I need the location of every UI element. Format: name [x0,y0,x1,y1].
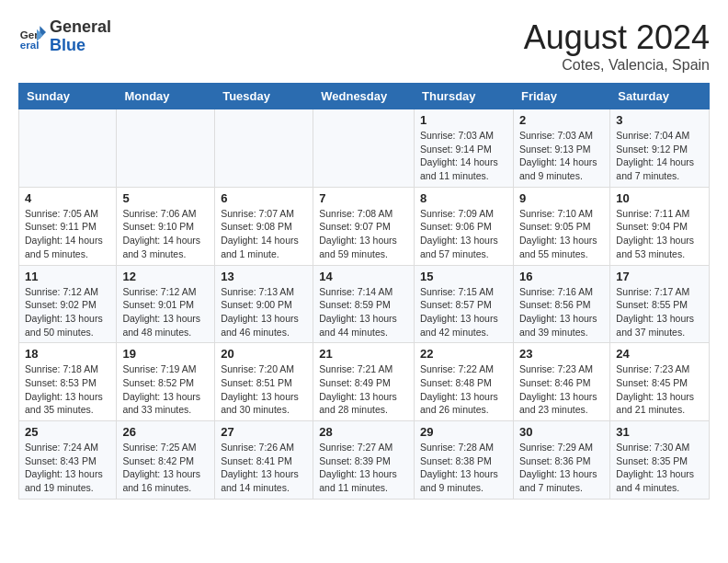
day-cell-4-2: 27Sunrise: 7:26 AM Sunset: 8:41 PM Dayli… [215,421,313,500]
day-cell-2-4: 15Sunrise: 7:15 AM Sunset: 8:57 PM Dayli… [415,265,514,343]
header-saturday: Saturday [610,84,710,109]
day-cell-2-3: 14Sunrise: 7:14 AM Sunset: 8:59 PM Dayli… [313,265,415,343]
day-info: Sunrise: 7:10 AM Sunset: 9:05 PM Dayligh… [519,207,604,261]
day-cell-3-5: 23Sunrise: 7:23 AM Sunset: 8:46 PM Dayli… [513,343,609,421]
day-cell-2-6: 17Sunrise: 7:17 AM Sunset: 8:55 PM Dayli… [610,265,710,343]
day-cell-4-6: 31Sunrise: 7:30 AM Sunset: 8:35 PM Dayli… [610,421,710,500]
day-cell-0-5: 2Sunrise: 7:03 AM Sunset: 9:13 PM Daylig… [513,109,609,188]
day-number: 20 [221,347,307,361]
day-number: 23 [519,347,604,361]
header-friday: Friday [513,84,609,109]
day-info: Sunrise: 7:08 AM Sunset: 9:07 PM Dayligh… [319,207,408,261]
day-cell-0-0 [19,109,117,188]
day-cell-1-0: 4Sunrise: 7:05 AM Sunset: 9:11 PM Daylig… [19,187,117,265]
day-cell-0-6: 3Sunrise: 7:04 AM Sunset: 9:12 PM Daylig… [610,109,710,188]
day-number: 5 [122,191,209,205]
day-cell-4-4: 29Sunrise: 7:28 AM Sunset: 8:38 PM Dayli… [415,421,514,500]
header-monday: Monday [117,84,215,109]
header-sunday: Sunday [19,84,117,109]
day-info: Sunrise: 7:16 AM Sunset: 8:56 PM Dayligh… [519,285,604,339]
day-cell-2-2: 13Sunrise: 7:13 AM Sunset: 9:00 PM Dayli… [215,265,313,343]
day-cell-3-2: 20Sunrise: 7:20 AM Sunset: 8:51 PM Dayli… [215,343,313,421]
title-area: August 2024 Cotes, Valencia, Spain [524,18,710,74]
day-number: 14 [319,270,408,283]
day-info: Sunrise: 7:30 AM Sunset: 8:35 PM Dayligh… [616,441,703,495]
day-cell-1-1: 5Sunrise: 7:06 AM Sunset: 9:10 PM Daylig… [117,187,215,265]
day-info: Sunrise: 7:03 AM Sunset: 9:14 PM Dayligh… [420,129,507,183]
day-cell-0-2 [215,109,313,188]
day-number: 22 [420,347,507,361]
day-info: Sunrise: 7:13 AM Sunset: 9:00 PM Dayligh… [221,285,307,339]
day-info: Sunrise: 7:12 AM Sunset: 9:02 PM Dayligh… [25,285,110,339]
day-cell-2-0: 11Sunrise: 7:12 AM Sunset: 9:02 PM Dayli… [19,265,117,343]
day-info: Sunrise: 7:26 AM Sunset: 8:41 PM Dayligh… [221,441,307,495]
calendar: Sunday Monday Tuesday Wednesday Thursday… [18,83,710,500]
day-cell-3-0: 18Sunrise: 7:18 AM Sunset: 8:53 PM Dayli… [19,343,117,421]
day-info: Sunrise: 7:27 AM Sunset: 8:39 PM Dayligh… [319,441,408,495]
header-row: Sunday Monday Tuesday Wednesday Thursday… [19,84,710,109]
logo-blue-text: Blue [50,37,111,55]
day-number: 11 [25,270,110,283]
logo-text: General Blue [50,18,111,55]
day-info: Sunrise: 7:03 AM Sunset: 9:13 PM Dayligh… [519,129,604,183]
day-info: Sunrise: 7:07 AM Sunset: 9:08 PM Dayligh… [221,207,307,261]
day-cell-4-0: 25Sunrise: 7:24 AM Sunset: 8:43 PM Dayli… [19,421,117,500]
header-thursday: Thursday [415,84,514,109]
day-cell-0-1 [117,109,215,188]
day-cell-4-5: 30Sunrise: 7:29 AM Sunset: 8:36 PM Dayli… [513,421,609,500]
day-cell-3-1: 19Sunrise: 7:19 AM Sunset: 8:52 PM Dayli… [117,343,215,421]
day-number: 31 [616,425,703,439]
logo-icon: Gen eral [18,23,46,51]
day-info: Sunrise: 7:25 AM Sunset: 8:42 PM Dayligh… [122,441,209,495]
day-cell-4-1: 26Sunrise: 7:25 AM Sunset: 8:42 PM Dayli… [117,421,215,500]
day-info: Sunrise: 7:28 AM Sunset: 8:38 PM Dayligh… [420,441,507,495]
day-number: 24 [616,347,703,361]
header: Gen eral General Blue August 2024 Cotes,… [18,18,710,74]
day-cell-1-6: 10Sunrise: 7:11 AM Sunset: 9:04 PM Dayli… [610,187,710,265]
day-cell-2-1: 12Sunrise: 7:12 AM Sunset: 9:01 PM Dayli… [117,265,215,343]
day-info: Sunrise: 7:20 AM Sunset: 8:51 PM Dayligh… [221,362,307,417]
day-number: 30 [519,425,604,439]
day-cell-1-5: 9Sunrise: 7:10 AM Sunset: 9:05 PM Daylig… [513,187,609,265]
day-number: 13 [221,270,307,283]
subtitle: Cotes, Valencia, Spain [524,57,710,74]
day-number: 15 [420,270,507,283]
day-info: Sunrise: 7:23 AM Sunset: 8:45 PM Dayligh… [616,362,703,417]
day-info: Sunrise: 7:29 AM Sunset: 8:36 PM Dayligh… [519,441,604,495]
calendar-header: Sunday Monday Tuesday Wednesday Thursday… [19,84,710,109]
day-info: Sunrise: 7:12 AM Sunset: 9:01 PM Dayligh… [122,285,209,339]
day-number: 26 [122,425,209,439]
day-cell-3-6: 24Sunrise: 7:23 AM Sunset: 8:45 PM Dayli… [610,343,710,421]
day-number: 12 [122,270,209,283]
day-cell-4-3: 28Sunrise: 7:27 AM Sunset: 8:39 PM Dayli… [313,421,415,500]
day-number: 28 [319,425,408,439]
day-cell-0-4: 1Sunrise: 7:03 AM Sunset: 9:14 PM Daylig… [415,109,514,188]
day-number: 4 [25,191,110,205]
main-title: August 2024 [524,18,710,57]
day-info: Sunrise: 7:06 AM Sunset: 9:10 PM Dayligh… [122,207,209,261]
week-row-2: 4Sunrise: 7:05 AM Sunset: 9:11 PM Daylig… [19,187,710,265]
day-info: Sunrise: 7:24 AM Sunset: 8:43 PM Dayligh… [25,441,110,495]
day-number: 7 [319,191,408,205]
svg-text:eral: eral [20,38,40,50]
day-cell-1-4: 8Sunrise: 7:09 AM Sunset: 9:06 PM Daylig… [415,187,514,265]
day-number: 17 [616,270,703,283]
day-info: Sunrise: 7:15 AM Sunset: 8:57 PM Dayligh… [420,285,507,339]
logo: Gen eral General Blue [18,18,111,55]
week-row-3: 11Sunrise: 7:12 AM Sunset: 9:02 PM Dayli… [19,265,710,343]
day-info: Sunrise: 7:23 AM Sunset: 8:46 PM Dayligh… [519,362,604,417]
day-info: Sunrise: 7:18 AM Sunset: 8:53 PM Dayligh… [25,362,110,417]
day-number: 9 [519,191,604,205]
week-row-5: 25Sunrise: 7:24 AM Sunset: 8:43 PM Dayli… [19,421,710,500]
day-number: 8 [420,191,507,205]
day-number: 19 [122,347,209,361]
day-cell-3-4: 22Sunrise: 7:22 AM Sunset: 8:48 PM Dayli… [415,343,514,421]
day-info: Sunrise: 7:14 AM Sunset: 8:59 PM Dayligh… [319,285,408,339]
day-number: 6 [221,191,307,205]
header-tuesday: Tuesday [215,84,313,109]
day-cell-1-2: 6Sunrise: 7:07 AM Sunset: 9:08 PM Daylig… [215,187,313,265]
day-number: 25 [25,425,110,439]
day-info: Sunrise: 7:22 AM Sunset: 8:48 PM Dayligh… [420,362,507,417]
day-number: 21 [319,347,408,361]
header-wednesday: Wednesday [313,84,415,109]
